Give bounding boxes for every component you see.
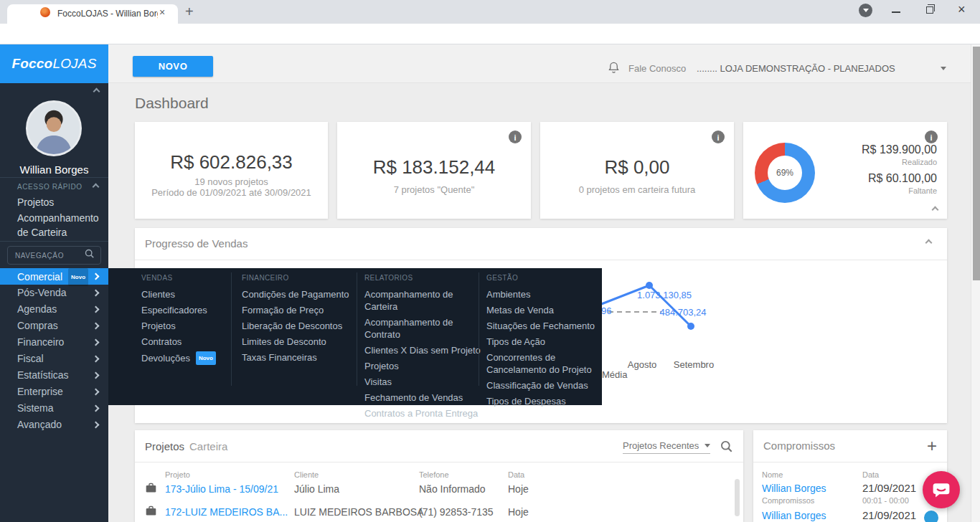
- menu-item-concorrentes-cancelamento[interactable]: Concorrentes de Cancelamento do Projeto: [486, 351, 598, 376]
- menu-item-ambientes[interactable]: Ambientes: [486, 288, 598, 300]
- menu-item-clientes[interactable]: Clientes: [141, 288, 231, 300]
- browser-tab-strip: FoccoLOJAS - Willian Borges × + ×: [0, 0, 980, 24]
- menu-item-formacao-preco[interactable]: Formação de Preço: [242, 304, 353, 316]
- realizado-value: R$ 139.900,00: [862, 143, 937, 156]
- window-restore-button[interactable]: [926, 6, 933, 14]
- sidebar-item-comercial[interactable]: ComercialNovo: [0, 268, 108, 285]
- col-cliente: Cliente: [294, 470, 319, 479]
- menu-item-visitas[interactable]: Visitas: [364, 376, 472, 388]
- menu-item-contratos[interactable]: Contratos: [141, 336, 231, 348]
- novo-badge: Novo: [196, 351, 216, 365]
- tab-projetos[interactable]: Projetos: [145, 440, 184, 452]
- sidebar-item-enterprise[interactable]: Enterprise: [0, 384, 108, 400]
- x-label-setembro: Setembro: [672, 359, 716, 370]
- faltante-label: Faltante: [862, 186, 937, 195]
- kpi-line1: 7 projetos "Quente": [337, 184, 531, 195]
- window-minimize-button[interactable]: [892, 11, 900, 13]
- search-icon[interactable]: [85, 249, 95, 262]
- collapse-card-icon[interactable]: [932, 207, 939, 214]
- menu-item-devolucoes[interactable]: DevoluçõesNovo: [141, 351, 231, 365]
- kpi-card-new-projects: R$ 602.826,33 19 novos projetos Período …: [135, 122, 328, 219]
- menu-item-acompanhamento-carteira[interactable]: Acompanhamento de Carteira: [364, 288, 472, 313]
- kpi-card-future-portfolio: R$ 0,00 0 projetos em carteira futura: [540, 122, 734, 219]
- project-link[interactable]: 173-Júlio Lima - 15/09/21: [165, 483, 278, 495]
- briefcase-icon: [145, 482, 157, 497]
- menu-item-especificadores[interactable]: Especificadores: [141, 304, 231, 316]
- menu-item-classificacao-vendas[interactable]: Classificação de Vendas: [486, 379, 598, 392]
- store-caret-icon[interactable]: [941, 67, 946, 70]
- screen: FoccoLOJAS - Willian Borges × + × ← → we…: [0, 0, 980, 522]
- quick-access-title: ACESSO RÁPIDO: [17, 183, 83, 191]
- contact-link[interactable]: Fale Conosco: [628, 63, 686, 74]
- user-name: Willian Borges: [0, 163, 108, 176]
- comercial-flyout-menu: VENDAS Clientes Especificadores Projetos…: [108, 268, 602, 405]
- app-logo[interactable]: FoccoLOJAS: [0, 44, 108, 83]
- novo-button[interactable]: NOVO: [133, 56, 213, 77]
- sidebar-item-compras[interactable]: Compras: [0, 318, 108, 334]
- info-icon[interactable]: [712, 130, 725, 143]
- sidebar-item-sistema[interactable]: Sistema: [0, 400, 108, 417]
- sidebar-item-agendas[interactable]: Agendas: [0, 301, 108, 318]
- menu-item-situacoes-fechamento[interactable]: Situações de Fechamento: [486, 320, 598, 332]
- chat-bubble-icon: [931, 480, 951, 500]
- chat-widget-button[interactable]: [923, 471, 960, 508]
- add-appointment-button[interactable]: +: [927, 436, 937, 456]
- store-selector[interactable]: ........ LOJA DEMONSTRAÇÃO - PLANEJADOS: [697, 63, 895, 74]
- sidebar-item-estatisticas[interactable]: Estatísticas: [0, 367, 108, 384]
- chevron-right-icon: [93, 372, 100, 379]
- sidebar-item-pos-venda[interactable]: Pós-Venda: [0, 285, 108, 301]
- recent-projects-select[interactable]: Projetos Recentes: [623, 440, 710, 454]
- sidebar: Willian Borges ACESSO RÁPIDO Projetos Ac…: [0, 83, 108, 522]
- menu-item-taxas-financeiras[interactable]: Taxas Financeiras: [242, 351, 353, 364]
- menu-item-projetos[interactable]: Projetos: [141, 320, 231, 332]
- kpi-value: R$ 183.152,44: [337, 156, 531, 179]
- sidebar-search-input[interactable]: [8, 252, 85, 260]
- new-tab-button[interactable]: +: [185, 4, 194, 20]
- panel-title: Progresso de Vendas: [145, 237, 248, 250]
- menu-item-condicoes-pagamento[interactable]: Condições de Pagamento: [242, 288, 353, 300]
- legend-media: Média: [602, 369, 633, 380]
- chevron-right-icon: [93, 422, 100, 429]
- info-icon[interactable]: [509, 130, 522, 143]
- menu-item-fechamento-vendas[interactable]: Fechamento de Vendas: [364, 392, 472, 404]
- page-scrollbar-thumb[interactable]: [973, 47, 980, 280]
- project-link[interactable]: 172-LUIZ MEDEIROS BA...: [165, 506, 288, 518]
- col-nome: Nome: [762, 470, 783, 479]
- browser-address-bar: ← → web.foccolojas.com.br/foccolojas/ser…: [0, 24, 980, 44]
- appointment-date: 21/09/2021: [862, 482, 916, 494]
- menu-item-liberacao-descontos[interactable]: Liberação de Descontos: [242, 320, 353, 332]
- quick-link-acompanhamento[interactable]: Acompanhamento de Carteira: [17, 211, 102, 239]
- appointment-name-link[interactable]: Willian Borges: [762, 483, 826, 494]
- projects-scrollbar[interactable]: [735, 479, 740, 516]
- menu-item-metas-venda[interactable]: Metas de Venda: [486, 304, 598, 316]
- search-icon[interactable]: [720, 440, 733, 456]
- x-label-agosto: Agosto: [623, 359, 661, 370]
- quick-access-collapse-icon[interactable]: [93, 184, 100, 191]
- info-icon[interactable]: [925, 130, 938, 143]
- sidebar-item-fiscal[interactable]: Fiscal: [0, 351, 108, 367]
- menu-item-contratos-pronta-entrega[interactable]: Contratos a Pronta Entrega: [364, 407, 472, 419]
- sidebar-item-avancado[interactable]: Avançado: [0, 417, 108, 433]
- collapse-panel-icon[interactable]: [925, 239, 933, 247]
- menu-item-projetos-rel[interactable]: Projetos: [364, 360, 472, 372]
- kpi-value: R$ 602.826,33: [135, 151, 328, 174]
- bell-icon[interactable]: [607, 60, 621, 78]
- appointment-date: 21/09/2021: [862, 509, 916, 521]
- menu-item-limites-desconto[interactable]: Limites de Desconto: [242, 336, 353, 348]
- sidebar-item-financeiro[interactable]: Financeiro: [0, 334, 108, 351]
- quick-link-projetos[interactable]: Projetos: [17, 195, 102, 209]
- faltante-value: R$ 60.100,00: [862, 172, 937, 185]
- sidebar-collapse-icon[interactable]: [93, 88, 100, 95]
- tab-carteira[interactable]: Carteira: [189, 440, 227, 452]
- appointment-time: 00:01 - 00:00: [862, 496, 909, 505]
- tab-close-icon[interactable]: ×: [159, 6, 165, 18]
- menu-item-tipos-despesas[interactable]: Tipos de Despesas: [486, 395, 598, 407]
- menu-item-clientes-dias[interactable]: Clientes X Dias sem Projeto: [364, 344, 472, 356]
- menu-item-acompanhamento-contrato[interactable]: Acompanhamento de Contrato: [364, 316, 472, 341]
- menu-item-tipos-acao[interactable]: Tipos de Ação: [486, 336, 598, 348]
- page-scrollbar[interactable]: [971, 44, 980, 522]
- browser-profile-badge[interactable]: [859, 4, 872, 17]
- window-close-button[interactable]: ×: [958, 2, 966, 17]
- donut-percent: 69%: [768, 156, 802, 190]
- appointment-name-link[interactable]: Willian Borges: [762, 510, 826, 521]
